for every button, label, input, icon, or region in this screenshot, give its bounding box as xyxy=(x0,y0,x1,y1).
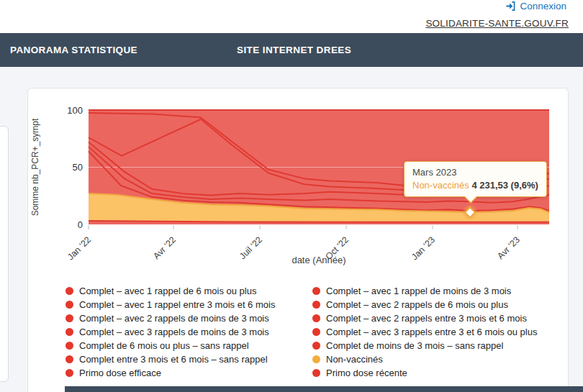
y-tick-label: 100 xyxy=(67,105,83,116)
nav-item-site-drees[interactable]: SITE INTERNET DREES xyxy=(227,45,361,55)
tooltip-value: 4 231,53 (9,6%) xyxy=(471,180,538,191)
legend-item[interactable]: Complet – avec 1 rappel de moins de 3 mo… xyxy=(312,284,537,298)
nav-item-panorama[interactable]: PANORAMA STATISTIQUE xyxy=(0,45,148,55)
legend-dot-icon xyxy=(65,301,73,309)
main-navbar: PANORAMA STATISTIQUE SITE INTERNET DREES xyxy=(0,33,583,67)
tooltip-date: Mars 2023 xyxy=(412,167,538,178)
legend-dot-icon xyxy=(65,328,73,336)
tooltip-series-name: Non-vaccinés xyxy=(412,180,469,191)
legend-dot-icon xyxy=(312,287,320,295)
y-axis-label: Somme nb_PCR+_sympt xyxy=(30,118,40,216)
legend-item-label: Complet de 6 mois ou plus – sans rappel xyxy=(79,340,249,351)
legend-item[interactable]: Primo dose efficace xyxy=(65,366,312,380)
legend-item[interactable]: Complet – avec 1 rappel de 6 mois ou plu… xyxy=(65,284,312,298)
legend-item[interactable]: Complet de moins de 3 mois – sans rappel xyxy=(312,339,537,352)
legend-item[interactable]: Complet – avec 1 rappel entre 3 mois et … xyxy=(65,298,312,311)
x-tick-label: Avr '22 xyxy=(151,234,178,261)
legend-dot-icon xyxy=(312,328,320,336)
left-panel-stub xyxy=(0,126,9,382)
legend-item-label: Complet – avec 3 rappels entre 3 et 6 mo… xyxy=(326,327,537,337)
legend-item[interactable]: Complet – avec 2 rappels de 6 mois ou pl… xyxy=(312,298,537,311)
legend-item[interactable]: Complet de 6 mois ou plus – sans rappel xyxy=(65,339,312,352)
x-tick-label: Jan '23 xyxy=(410,234,437,262)
legend-item[interactable]: Non-vaccinés xyxy=(312,352,537,366)
legend-item-label: Complet entre 3 mois et 6 mois – sans ra… xyxy=(79,354,268,365)
legend-dot-icon xyxy=(65,314,73,322)
x-tick-label: Juil '22 xyxy=(238,234,264,261)
legend-item-label: Non-vaccinés xyxy=(326,354,383,365)
legend-item[interactable]: Complet – avec 3 rappels entre 3 et 6 mo… xyxy=(312,325,537,339)
legend-item-label: Complet – avec 3 rappels de moins de 3 m… xyxy=(79,327,269,337)
sign-in-icon xyxy=(505,1,516,12)
legend-dot-icon xyxy=(312,301,320,309)
y-tick-label: 0 xyxy=(78,219,83,230)
connexion-label: Connexion xyxy=(520,1,566,12)
chart-legend: Complet – avec 1 rappel de 6 mois ou plu… xyxy=(65,284,562,380)
page-header: Connexion SOLIDARITE-SANTE.GOUV.FR xyxy=(0,0,583,33)
x-axis-label: date (Année) xyxy=(292,255,345,265)
connexion-link[interactable]: Connexion xyxy=(505,1,566,12)
y-tick-label: 50 xyxy=(73,162,83,173)
legend-dot-icon xyxy=(312,355,320,363)
legend-dot-icon xyxy=(65,369,73,377)
legend-item-label: Complet – avec 1 rappel de 6 mois ou plu… xyxy=(79,286,256,296)
legend-item[interactable]: Complet – avec 2 rappels entre 3 mois et… xyxy=(312,311,537,325)
legend-item[interactable]: Complet – avec 2 rappels de moins de 3 m… xyxy=(65,311,312,325)
x-tick-label: Jan '22 xyxy=(65,234,93,262)
chart-tooltip: Mars 2023 Non-vaccinés 4 231,53 (9,6%) xyxy=(404,161,547,197)
legend-item[interactable]: Primo dose récente xyxy=(312,366,537,380)
legend-column-left: Complet – avec 1 rappel de 6 mois ou plu… xyxy=(65,284,312,380)
legend-dot-icon xyxy=(312,342,320,350)
legend-item-label: Primo dose récente xyxy=(326,368,407,378)
legend-dot-icon xyxy=(65,287,73,295)
solidarite-sante-link[interactable]: SOLIDARITE-SANTE.GOUV.FR xyxy=(425,18,569,29)
legend-item-label: Primo dose efficace xyxy=(79,368,161,378)
legend-item[interactable]: Complet entre 3 mois et 6 mois – sans ra… xyxy=(65,352,312,366)
legend-item-label: Complet de moins de 3 mois – sans rappel xyxy=(326,340,503,351)
x-tick-label: Avr '23 xyxy=(495,234,522,261)
legend-dot-icon xyxy=(65,342,73,350)
legend-dot-icon xyxy=(312,314,320,322)
legend-dot-icon xyxy=(65,355,73,363)
legend-item[interactable]: Complet – avec 3 rappels de moins de 3 m… xyxy=(65,325,312,339)
legend-item-label: Complet – avec 2 rappels entre 3 mois et… xyxy=(326,313,527,324)
legend-item-label: Complet – avec 2 rappels de moins de 3 m… xyxy=(79,313,269,324)
legend-item-label: Complet – avec 2 rappels de 6 mois ou pl… xyxy=(326,299,508,310)
legend-item-label: Complet – avec 1 rappel entre 3 mois et … xyxy=(79,299,275,310)
chart-card: 050100Somme nb_PCR+_symptJan '22Avr '22J… xyxy=(27,88,569,392)
legend-dot-icon xyxy=(312,369,320,377)
legend-column-right: Complet – avec 1 rappel de moins de 3 mo… xyxy=(312,284,537,380)
footer-bar xyxy=(65,386,583,392)
legend-item-label: Complet – avec 1 rappel de moins de 3 mo… xyxy=(326,286,511,296)
